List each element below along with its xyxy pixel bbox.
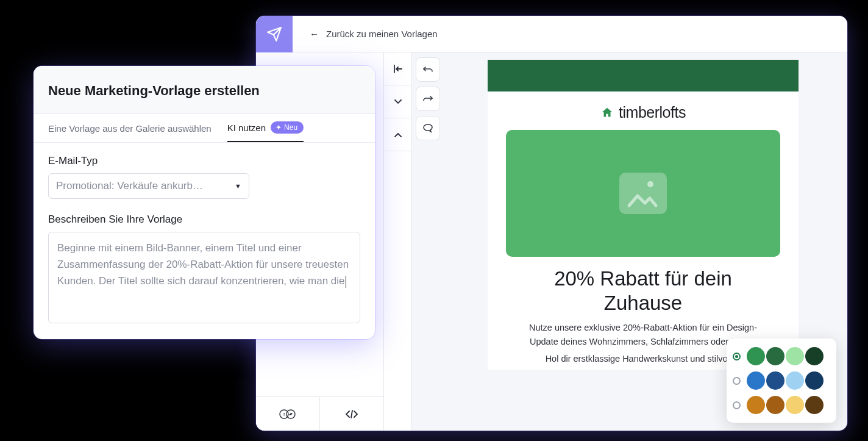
modal-body: E-Mail-Typ Promotional: Verkäufe ankurb…… <box>34 143 375 339</box>
new-badge: ✦ Neu <box>271 121 304 134</box>
tab-ai[interactable]: KI nutzen ✦ Neu <box>227 121 304 142</box>
expand-down-button[interactable] <box>384 85 411 118</box>
sparkle-icon: ✦ <box>276 123 282 132</box>
brand: timberlofts <box>488 91 799 124</box>
color-swatch <box>747 347 765 365</box>
tab-ai-label: KI nutzen <box>227 123 266 133</box>
redo-button[interactable] <box>416 87 440 111</box>
redo-icon <box>422 95 433 102</box>
create-template-modal: Neue Marketing-Vorlage erstellen Eine Vo… <box>34 66 375 339</box>
email-type-value: Promotional: Verkäufe ankurb… <box>56 180 203 192</box>
text-cursor <box>346 276 346 288</box>
color-swatch <box>786 371 804 390</box>
chevron-down-icon: ▼ <box>235 182 241 190</box>
swatch-group <box>747 371 824 390</box>
social-icon: f <box>279 409 297 420</box>
house-icon <box>600 106 614 120</box>
collapse-up-button[interactable] <box>384 118 411 151</box>
email-preview: timberlofts 20% Rabatt für dein Zuhause … <box>488 60 799 370</box>
swatch-group <box>747 396 824 414</box>
describe-template-input[interactable]: Beginne mit einem Bild-Banner, einem Tit… <box>48 232 360 323</box>
color-swatch <box>766 371 784 390</box>
modal-tabs: Eine Vorlage aus der Galerie auswählen K… <box>34 114 375 143</box>
code-button[interactable] <box>319 397 383 431</box>
social-icons-button[interactable]: f <box>256 397 319 431</box>
palette-radio[interactable] <box>733 401 741 409</box>
modal-title: Neue Marketing-Vorlage erstellen <box>48 83 360 99</box>
describe-template-value: Beginne mit einem Bild-Banner, einem Tit… <box>57 242 349 287</box>
color-swatch <box>747 371 765 390</box>
color-swatch <box>786 396 804 414</box>
color-swatch <box>805 396 824 414</box>
chevron-up-icon <box>394 132 402 137</box>
color-swatch <box>766 347 784 365</box>
color-swatch <box>747 396 765 414</box>
chevron-down-icon <box>394 99 402 104</box>
color-swatch <box>805 347 824 365</box>
color-swatch <box>805 371 824 390</box>
action-toolbar <box>412 52 444 431</box>
color-swatch <box>766 396 784 414</box>
back-label: Zurück zu meinen Vorlagen <box>326 29 438 39</box>
email-type-select[interactable]: Promotional: Verkäufe ankurb… ▼ <box>48 173 249 199</box>
send-icon <box>266 26 282 42</box>
describe-template-label: Beschreiben Sie Ihre Vorlage <box>48 213 360 226</box>
collapse-left-button[interactable] <box>384 52 411 85</box>
undo-button[interactable] <box>416 57 440 82</box>
palette-row[interactable] <box>733 371 829 390</box>
code-icon <box>345 409 358 419</box>
undo-icon <box>422 66 433 73</box>
palette-radio[interactable] <box>733 377 741 385</box>
back-to-templates[interactable]: ← Zurück zu meinen Vorlagen <box>293 29 438 39</box>
swatch-group <box>747 347 824 365</box>
collapse-left-icon <box>393 65 403 73</box>
brand-name: timberlofts <box>619 104 686 121</box>
color-swatch <box>786 347 804 365</box>
color-palette-popup <box>727 339 836 423</box>
left-panel-footer: f <box>256 396 383 431</box>
hero-image-placeholder[interactable] <box>506 130 780 257</box>
new-badge-label: Neu <box>284 123 297 132</box>
editor-header: ← Zurück zu meinen Vorlagen <box>256 16 847 52</box>
comment-button[interactable] <box>416 116 440 140</box>
tab-gallery[interactable]: Eine Vorlage aus der Galerie auswählen <box>48 123 212 141</box>
email-header-band <box>488 60 799 91</box>
email-type-label: E-Mail-Typ <box>48 155 360 167</box>
palette-radio[interactable] <box>733 353 741 360</box>
mini-toolbar <box>384 52 412 431</box>
tab-gallery-label: Eine Vorlage aus der Galerie auswählen <box>48 123 212 134</box>
app-logo[interactable] <box>256 16 293 52</box>
arrow-left-icon: ← <box>310 29 319 39</box>
modal-header: Neue Marketing-Vorlage erstellen <box>34 66 375 114</box>
palette-row[interactable] <box>733 347 829 365</box>
email-headline: 20% Rabatt für dein Zuhause <box>488 262 799 321</box>
image-icon <box>619 173 667 214</box>
comment-icon <box>422 123 433 133</box>
svg-text:f: f <box>283 412 285 417</box>
palette-row[interactable] <box>733 396 829 414</box>
